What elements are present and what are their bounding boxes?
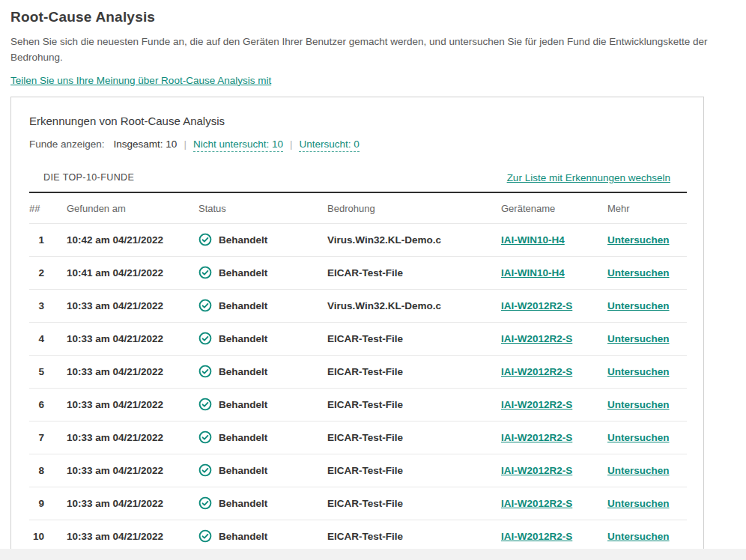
status-ok-icon: [198, 398, 212, 411]
threat-name: EICAR-Test-File: [327, 421, 501, 454]
row-number: 8: [29, 454, 67, 487]
threat-name: EICAR-Test-File: [327, 256, 501, 289]
status-label: Behandelt: [219, 498, 267, 509]
investigate-link[interactable]: Untersuchen: [607, 465, 670, 476]
device-name-link[interactable]: IAI-W2012R2-S: [501, 498, 572, 509]
status-ok-icon: [198, 529, 212, 543]
status-label: Behandelt: [219, 432, 267, 443]
row-number: 5: [29, 355, 67, 388]
investigate-link[interactable]: Untersuchen: [607, 531, 670, 542]
column-header-device: Gerätename: [501, 192, 607, 224]
status-ok-icon: [198, 463, 212, 477]
investigate-link[interactable]: Untersuchen: [607, 234, 670, 246]
row-number: 9: [29, 487, 67, 520]
found-at-value: 10:33 am 04/21/2022: [67, 355, 198, 388]
table-row: 2 10:41 am 04/21/2022 Behandelt: [29, 256, 687, 289]
switch-to-detections-list-link[interactable]: Zur Liste mit Erkennungen wechseln: [507, 172, 670, 183]
table-row: 5 10:33 am 04/21/2022 Behandelt: [29, 355, 687, 388]
investigate-link[interactable]: Untersuchen: [607, 399, 670, 410]
column-header-found-at: Gefunden am: [67, 192, 198, 224]
status-label: Behandelt: [219, 366, 267, 377]
row-number: 1: [29, 223, 67, 256]
root-cause-analysis-page: Root-Cause Analysis Sehen Sie sich die n…: [0, 0, 746, 549]
status-ok-icon: [198, 233, 212, 246]
column-header-more: Mehr: [607, 192, 687, 224]
device-name-link[interactable]: IAI-WIN10-H4: [501, 267, 565, 279]
table-caption: DIE TOP-10-FUNDE: [43, 172, 134, 183]
table-row: 8 10:33 am 04/21/2022 Behandelt: [29, 454, 687, 487]
row-number: 4: [29, 322, 67, 355]
status-ok-icon: [198, 332, 212, 345]
table-caption-row: DIE TOP-10-FUNDE Zur Liste mit Erkennung…: [29, 168, 685, 192]
investigate-link[interactable]: Untersuchen: [607, 498, 670, 509]
status-label: Behandelt: [219, 531, 267, 542]
row-number: 7: [29, 421, 67, 454]
filter-separator: |: [290, 139, 293, 150]
status-label: Behandelt: [219, 300, 267, 311]
threat-name: Virus.Win32.KL-Demo.c: [327, 289, 501, 322]
table-row: 10 10:33 am 04/21/2022 Behandelt: [29, 520, 687, 549]
table-row: 9 10:33 am 04/21/2022 Behandelt: [29, 487, 687, 520]
found-at-value: 10:33 am 04/21/2022: [67, 454, 198, 487]
investigate-link[interactable]: Untersuchen: [607, 333, 670, 344]
page-subtitle: Sehen Sie sich die neuesten Funde an, di…: [10, 34, 725, 66]
threat-name: EICAR-Test-File: [327, 355, 501, 388]
table-header-row: ## Gefunden am Status Bedrohung Gerätena…: [29, 192, 687, 224]
status-ok-icon: [198, 365, 212, 378]
threat-name: EICAR-Test-File: [327, 322, 501, 355]
status-label: Behandelt: [219, 333, 267, 344]
table-row: 7 10:33 am 04/21/2022 Behandelt: [29, 421, 687, 454]
status-label: Behandelt: [219, 465, 267, 476]
threat-name: EICAR-Test-File: [327, 454, 501, 487]
device-name-link[interactable]: IAI-W2012R2-S: [501, 333, 572, 344]
table-row: 4 10:33 am 04/21/2022 Behandelt: [29, 322, 687, 355]
threat-name: EICAR-Test-File: [327, 388, 501, 421]
filter-separator: |: [184, 139, 186, 150]
device-name-link[interactable]: IAI-W2012R2-S: [501, 366, 572, 377]
investigate-link[interactable]: Untersuchen: [607, 366, 670, 377]
device-name-link[interactable]: IAI-W2012R2-S: [501, 531, 572, 542]
status-label: Behandelt: [219, 267, 267, 279]
found-at-value: 10:33 am 04/21/2022: [67, 487, 198, 520]
found-at-value: 10:33 am 04/21/2022: [67, 388, 198, 421]
row-number: 10: [29, 520, 67, 549]
row-number: 2: [29, 256, 67, 289]
filter-investigated-link[interactable]: Untersucht: 0: [299, 139, 359, 152]
filter-label: Funde anzeigen:: [29, 139, 105, 150]
column-header-threat: Bedrohung: [327, 192, 501, 224]
device-name-link[interactable]: IAI-W2012R2-S: [501, 465, 572, 476]
status-ok-icon: [198, 430, 212, 444]
threat-name: EICAR-Test-File: [327, 487, 501, 520]
investigate-link[interactable]: Untersuchen: [607, 432, 670, 443]
device-name-link[interactable]: IAI-W2012R2-S: [501, 432, 572, 443]
status-label: Behandelt: [219, 234, 267, 246]
threat-name: Virus.Win32.KL-Demo.c: [327, 223, 501, 256]
filter-total: Insgesamt: 10: [114, 139, 178, 150]
status-ok-icon: [198, 266, 212, 279]
device-name-link[interactable]: IAI-W2012R2-S: [501, 399, 572, 410]
investigate-link[interactable]: Untersuchen: [607, 300, 670, 311]
top-10-detections-table: ## Gefunden am Status Bedrohung Gerätena…: [29, 192, 687, 549]
filter-row: Funde anzeigen: Insgesamt: 10 | Nicht un…: [29, 139, 685, 152]
feedback-link[interactable]: Teilen Sie uns Ihre Meinung über Root-Ca…: [10, 75, 271, 86]
table-row: 3 10:33 am 04/21/2022 Behandelt: [29, 289, 687, 322]
table-row: 6 10:33 am 04/21/2022 Behandelt: [29, 388, 687, 421]
row-number: 6: [29, 388, 67, 421]
device-name-link[interactable]: IAI-W2012R2-S: [501, 300, 572, 311]
table-row: 1 10:42 am 04/21/2022 Behandelt: [29, 223, 687, 256]
found-at-value: 10:33 am 04/21/2022: [67, 289, 198, 322]
column-header-number: ##: [29, 192, 67, 224]
column-header-status: Status: [198, 192, 327, 224]
status-label: Behandelt: [219, 399, 267, 410]
row-number: 3: [29, 289, 67, 322]
investigate-link[interactable]: Untersuchen: [607, 267, 670, 279]
status-ok-icon: [198, 496, 212, 510]
threat-name: EICAR-Test-File: [327, 520, 501, 549]
filter-not-investigated-link[interactable]: Nicht untersucht: 10: [193, 139, 283, 152]
found-at-value: 10:41 am 04/21/2022: [67, 256, 198, 289]
found-at-value: 10:33 am 04/21/2022: [67, 520, 198, 549]
detections-card: Erkennungen von Root-Cause Analysis Fund…: [10, 97, 704, 549]
found-at-value: 10:33 am 04/21/2022: [67, 421, 198, 454]
found-at-value: 10:33 am 04/21/2022: [67, 322, 198, 355]
device-name-link[interactable]: IAI-WIN10-H4: [501, 234, 565, 246]
